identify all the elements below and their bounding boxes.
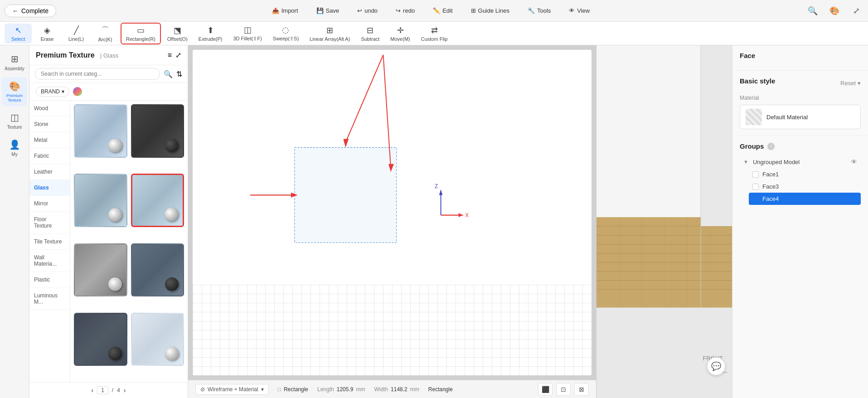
eye-icon[interactable]: 👁 — [851, 158, 857, 165]
search-icon[interactable]: 🔍 — [164, 70, 173, 78]
svg-marker-8 — [459, 213, 463, 217]
texture-item-2[interactable] — [131, 104, 184, 158]
texture-panel-title-area: Premium Texture | Glass — [36, 51, 118, 59]
tools-icon: 🔧 — [528, 7, 535, 14]
material-label: Material — [740, 95, 861, 101]
category-tile-texture[interactable]: Tile Texture — [29, 234, 70, 250]
back-button[interactable]: ← Complete — [5, 5, 56, 17]
expand-icon-btn[interactable]: ⤢ — [849, 4, 863, 18]
guide-lines-action[interactable]: ⊞ Guide Lines — [467, 5, 513, 16]
category-leather[interactable]: Leather — [29, 164, 70, 180]
category-mirror[interactable]: Mirror — [29, 196, 70, 212]
tool-erase[interactable]: ◈ Erase — [34, 24, 61, 44]
tool-rectangle[interactable]: ▭ Rectangle(R) — [121, 23, 161, 44]
edit-action[interactable]: ✏️ Edit — [429, 5, 456, 16]
face3-checkbox[interactable] — [752, 184, 759, 190]
sidebar-item-assembly[interactable]: ⊞ Assembly — [2, 50, 27, 75]
palette-icon-btn[interactable]: 🎨 — [827, 4, 842, 18]
texture-item-3[interactable] — [74, 174, 127, 227]
sidebar-item-premium-texture[interactable]: 🎨 Premium Texture — [2, 77, 27, 106]
face1-item[interactable]: Face1 — [749, 168, 861, 180]
texture-item-1[interactable] — [74, 104, 127, 158]
tool-offset[interactable]: ⬔ Offset(O) — [163, 24, 192, 44]
filter-icon[interactable]: ⇅ — [176, 70, 182, 78]
category-luminous[interactable]: Luminous M... — [29, 288, 70, 310]
search-input[interactable] — [35, 68, 160, 80]
category-floor-texture[interactable]: Floor Texture — [29, 212, 70, 234]
current-page: 1 — [97, 386, 108, 394]
tool-sweep[interactable]: ◌ Sweep(⇧S) — [268, 23, 303, 44]
sidebar-item-my[interactable]: 👤 My — [2, 136, 27, 160]
canvas-viewport[interactable]: X Z — [193, 50, 592, 375]
category-wood[interactable]: Wood — [29, 101, 70, 116]
category-wall-material[interactable]: Wall Materia... — [29, 250, 70, 272]
tool-arc[interactable]: ⌒ Arc(K) — [92, 23, 119, 44]
svg-marker-4 — [388, 164, 394, 172]
texture-panel: Premium Texture | Glass ≡ ⤢ 🔍 ⇅ BRAND ▾ … — [29, 45, 188, 398]
tool-linear-array[interactable]: ⊞ Linear Array(Alt A) — [305, 24, 354, 44]
svg-marker-2 — [343, 139, 349, 148]
sidebar-item-texture[interactable]: ◫ Texture — [2, 108, 27, 133]
tools-action[interactable]: 🔧 Tools — [524, 5, 554, 16]
length-field: Length 1205.9 mm — [317, 386, 365, 393]
tool-custom-flip[interactable]: ⇄ Custom Flip — [417, 24, 452, 44]
search-bar: 🔍 ⇅ — [29, 65, 188, 83]
face-section: Face — [732, 45, 868, 71]
face1-checkbox[interactable] — [752, 171, 759, 178]
view-action[interactable]: 👁 View — [565, 5, 593, 16]
tool-subtract[interactable]: ⊟ Subtract — [356, 24, 384, 44]
face3-item[interactable]: Face3 — [749, 180, 861, 193]
texture-item-4[interactable] — [131, 174, 184, 227]
groups-info-icon[interactable]: i — [767, 143, 775, 150]
category-fabric[interactable]: Fabric — [29, 148, 70, 164]
material-selector[interactable]: Default Material — [740, 105, 861, 129]
category-plastic[interactable]: Plastic — [29, 272, 70, 288]
width-field: Width 1148.2 mm — [374, 386, 419, 393]
tool-select[interactable]: ↖ Select — [5, 24, 32, 44]
material-preview — [746, 109, 762, 125]
face4-item[interactable]: Face4 — [749, 193, 861, 205]
face4-checkbox[interactable] — [752, 196, 759, 202]
texture-item-8[interactable] — [131, 313, 184, 366]
groups-header: Groups i — [740, 142, 861, 150]
ungrouped-model-item[interactable]: ▼ Ungrouped Model 👁 — [740, 155, 861, 168]
subtract-icon: ⊟ — [367, 25, 373, 35]
assembly-icon: ⊞ — [11, 53, 19, 64]
top-view-btn[interactable]: ⊡ — [556, 383, 571, 396]
select-icon: ↖ — [15, 25, 22, 35]
reset-button[interactable]: Reset ▾ — [840, 80, 861, 87]
search-icon-btn[interactable]: 🔍 — [805, 4, 820, 18]
redo-icon: ↪ — [396, 7, 401, 14]
tool-extrude[interactable]: ⬆ Extrude(P) — [194, 24, 227, 44]
expand-panel-icon[interactable]: ⤢ — [175, 51, 181, 59]
back-label: Complete — [21, 7, 48, 15]
offset-icon: ⬔ — [174, 25, 181, 35]
next-page-btn[interactable]: › — [124, 387, 126, 394]
3d-scene-svg — [596, 45, 732, 398]
tool-line[interactable]: ╱ Line(L) — [63, 24, 90, 44]
brand-filter[interactable]: BRAND ▾ — [36, 87, 69, 97]
redo-action[interactable]: ↪ redo — [392, 5, 418, 16]
category-metal[interactable]: Metal — [29, 132, 70, 148]
pagination: ‹ 1 / 4 › — [29, 382, 188, 398]
save-action[interactable]: 💾 Save — [313, 5, 343, 16]
3d-view-btn[interactable]: ⬛ — [538, 383, 553, 396]
category-glass[interactable]: Glass — [29, 180, 70, 196]
texture-panel-actions: ≡ ⤢ — [168, 51, 181, 59]
import-action[interactable]: 📤 Import — [268, 5, 302, 16]
menu-icon[interactable]: ≡ — [168, 51, 172, 59]
tool-fillet[interactable]: ◫ 3D Fillet(⇧F) — [228, 23, 266, 44]
texture-item-5[interactable] — [74, 243, 127, 297]
chat-button[interactable]: 💬 — [707, 357, 725, 375]
shape-type-field: Rectangle — [428, 386, 453, 393]
fillet-icon: ◫ — [244, 25, 252, 35]
undo-action[interactable]: ↩ undo — [354, 5, 381, 16]
color-filter[interactable] — [73, 87, 82, 96]
front-view-btn[interactable]: ⊠ — [574, 383, 589, 396]
tool-move[interactable]: ✛ Move(M) — [386, 24, 414, 44]
category-stone[interactable]: Stone — [29, 116, 70, 132]
texture-item-7[interactable] — [74, 313, 127, 366]
texture-item-6[interactable] — [131, 243, 184, 297]
view-mode-selector[interactable]: ⊘ Wireframe + Material ▾ — [195, 384, 269, 395]
prev-page-btn[interactable]: ‹ — [91, 387, 93, 394]
